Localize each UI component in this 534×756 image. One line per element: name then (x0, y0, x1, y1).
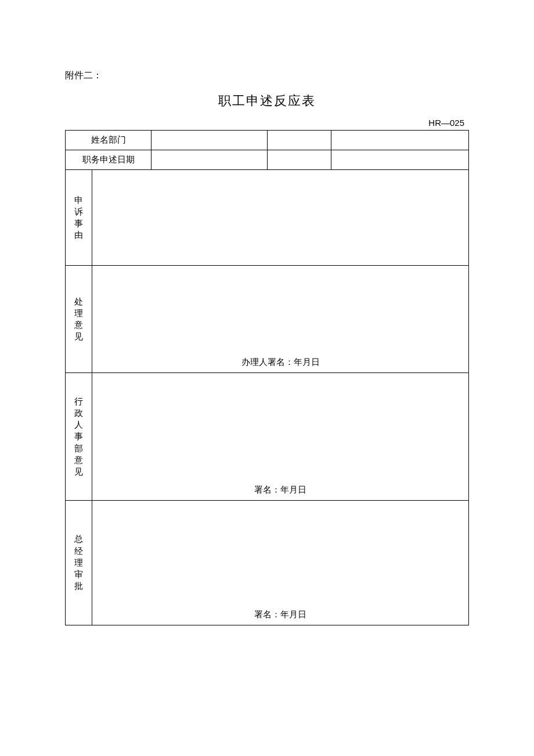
label-gm: 总 经 理 审 批 (66, 501, 92, 625)
char: 事 (74, 431, 83, 442)
label-reason: 申 诉 事 由 (66, 170, 92, 266)
header-row-1: 姓名部门 (66, 131, 469, 150)
label-name-dept: 姓名部门 (66, 131, 151, 150)
char: 由 (74, 229, 83, 241)
field-reason[interactable] (92, 170, 469, 266)
label-hr: 行 政 人 事 部 意 见 (66, 373, 92, 501)
signature-opinion: 办理人署名：年月日 (92, 357, 468, 368)
input-date[interactable] (331, 150, 469, 170)
section-hr: 行 政 人 事 部 意 见 署名：年月日 (66, 373, 469, 501)
form-code: HR—025 (65, 118, 469, 128)
char: 人 (74, 419, 83, 431)
char: 审 (74, 569, 83, 580)
char: 理 (74, 557, 83, 569)
field-hr[interactable]: 署名：年月日 (92, 373, 469, 501)
section-reason: 申 诉 事 由 (66, 170, 469, 266)
field-gm[interactable]: 署名：年月日 (92, 501, 469, 625)
page-title: 职工申述反应表 (65, 92, 469, 110)
input-mid-2[interactable] (268, 150, 331, 170)
page: 附件二： 职工申述反应表 HR—025 姓名部门 职务申述日期 申 诉 事 由 (0, 0, 534, 756)
char: 见 (74, 331, 83, 342)
attachment-label: 附件二： (65, 70, 469, 82)
char: 经 (74, 545, 83, 557)
char: 行 (74, 396, 83, 407)
char: 政 (74, 407, 83, 419)
char: 见 (74, 466, 83, 478)
signature-gm: 署名：年月日 (92, 609, 468, 620)
label-position-date: 职务申述日期 (66, 150, 151, 170)
signature-hr: 署名：年月日 (92, 484, 468, 495)
field-opinion[interactable]: 办理人署名：年月日 (92, 266, 469, 373)
char: 申 (74, 194, 83, 206)
char: 事 (74, 218, 83, 229)
char: 意 (74, 319, 83, 331)
input-position[interactable] (151, 150, 268, 170)
section-opinion: 处 理 意 见 办理人署名：年月日 (66, 266, 469, 373)
input-mid-1[interactable] (268, 131, 331, 150)
char: 批 (74, 580, 83, 592)
section-gm: 总 经 理 审 批 署名：年月日 (66, 501, 469, 625)
char: 部 (74, 443, 83, 454)
label-opinion: 处 理 意 见 (66, 266, 92, 373)
char: 总 (74, 533, 83, 545)
header-row-2: 职务申述日期 (66, 150, 469, 170)
input-dept[interactable] (331, 131, 469, 150)
form-table: 姓名部门 职务申述日期 申 诉 事 由 (65, 130, 469, 625)
input-name[interactable] (151, 131, 268, 150)
char: 处 (74, 296, 83, 308)
char: 诉 (74, 206, 83, 218)
char: 理 (74, 308, 83, 319)
char: 意 (74, 454, 83, 466)
